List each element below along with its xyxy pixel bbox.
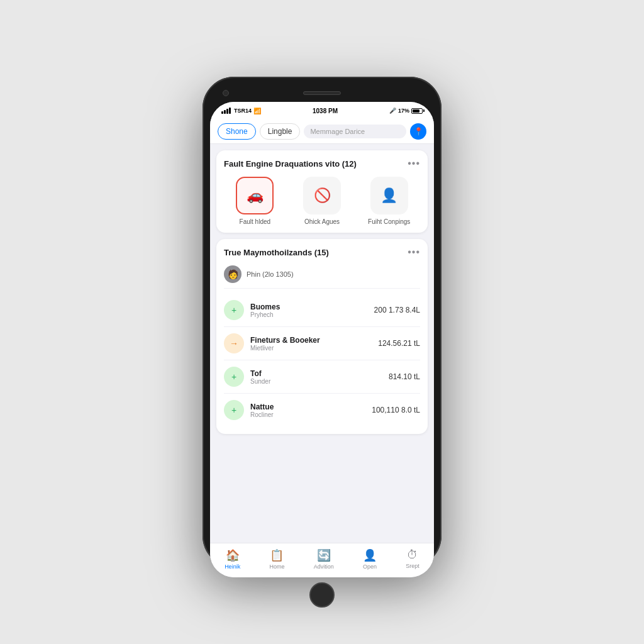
signal-bar-4: [229, 108, 231, 114]
phone-bottom: [210, 577, 434, 613]
tx-amount-fineturs: 124.56.21 tL: [378, 339, 420, 348]
phone-top-decoration: [210, 84, 434, 102]
tx-icon-fineturs: →: [224, 333, 244, 353]
bottom-nav: 🏠 Heinik 📋 Home 🔄 Advition 👤 Open ⏱ Srep…: [210, 543, 434, 577]
tx-details-nattue: Nattue Rocliner: [250, 402, 365, 418]
maymothoilzands-card: True Maymothoilzands (15) ••• 🧑 Phin (2l…: [216, 239, 428, 434]
advition-label: Advition: [314, 564, 334, 570]
tab-shone[interactable]: Shone: [218, 123, 256, 140]
fault-hlded-icon: 🚗: [236, 177, 274, 214]
battery-tip: [423, 109, 425, 112]
tx-sub-fineturs: Mietliver: [250, 345, 372, 352]
location-icon[interactable]: 📍: [410, 123, 426, 140]
tx-details-tof: Tof Sunder: [250, 369, 382, 385]
fault-card-header: Fault Engine Draquations vito (12) •••: [224, 158, 420, 169]
signal-bar-1: [221, 111, 223, 114]
tx-details-buomes: Buomes Pryhech: [250, 303, 368, 318]
battery-icon: [411, 108, 423, 114]
tx-amount-tof: 814.10 tL: [389, 372, 420, 381]
tx-name-fineturs: Fineturs & Booeker: [250, 336, 372, 345]
nav-heinik[interactable]: 🏠 Heinik: [225, 548, 240, 570]
phone-home-button[interactable]: [309, 582, 335, 608]
nav-home[interactable]: 📋 Home: [269, 548, 284, 570]
nav-srept[interactable]: ⏱ Srept: [406, 548, 419, 570]
tx-sub-buomes: Pryhech: [250, 311, 368, 318]
list-header-avatar: 🧑: [224, 265, 242, 283]
transaction-nattue[interactable]: + Nattue Rocliner 100,110 8.0 tL: [224, 394, 420, 426]
tab-bar: Shone Lingble Memmage Darice 📍: [210, 119, 434, 144]
wifi-icon: 📶: [253, 108, 261, 114]
battery-fill: [413, 109, 419, 113]
signal-bar-3: [226, 109, 228, 114]
transaction-list: + Buomes Pryhech 200 1.73 8.4L → Finetur…: [224, 294, 420, 426]
fault-card-more[interactable]: •••: [408, 158, 420, 169]
tx-details-fineturs: Fineturs & Booeker Mietliver: [250, 336, 372, 352]
card2-more[interactable]: •••: [408, 247, 420, 258]
status-time: 1038 PM: [313, 108, 338, 114]
status-bar: TSR14 📶 1038 PM 🎤 17%: [210, 102, 434, 119]
tx-name-buomes: Buomes: [250, 303, 368, 311]
fault-engine-card: Fault Engine Draquations vito (12) ••• 🚗…: [216, 150, 428, 233]
tx-icon-buomes: +: [224, 300, 244, 320]
tx-icon-nattue: +: [224, 400, 244, 420]
open-icon: 👤: [363, 548, 377, 562]
transaction-fineturs[interactable]: → Fineturs & Booeker Mietliver 124.56.21…: [224, 327, 420, 360]
phone-device: TSR14 📶 1038 PM 🎤 17% Shone Lingble Memm…: [203, 77, 441, 567]
quick-actions: 🚗 Fault hlded 🚫 Ohick Agues 👤 Fuiht Conp…: [224, 177, 420, 225]
tab-lingble[interactable]: Lingble: [260, 123, 301, 140]
action-fault-hlded[interactable]: 🚗 Fault hlded: [224, 177, 286, 225]
fault-hlded-label: Fault hlded: [240, 218, 270, 225]
tx-amount-buomes: 200 1.73 8.4L: [374, 306, 420, 314]
srept-label: Srept: [406, 563, 419, 569]
home-icon: 📋: [270, 548, 284, 562]
status-right: 🎤 17%: [389, 108, 423, 114]
action-ohick-agues[interactable]: 🚫 Ohick Agues: [291, 177, 353, 225]
mic-icon: 🎤: [389, 108, 396, 114]
advition-icon: 🔄: [317, 548, 331, 562]
heinik-label: Heinik: [225, 564, 240, 570]
ohick-agues-label: Ohick Agues: [304, 218, 340, 225]
list-header-text: Phin (2lo 1305): [247, 270, 294, 278]
nav-open[interactable]: 👤 Open: [363, 548, 377, 570]
phone-speaker: [303, 91, 341, 95]
tx-icon-tof: +: [224, 367, 244, 387]
tx-sub-tof: Sunder: [250, 378, 382, 385]
home-label: Home: [269, 564, 284, 570]
tx-name-tof: Tof: [250, 369, 382, 378]
heinik-icon: 🏠: [226, 548, 240, 562]
phone-camera: [223, 90, 229, 96]
battery-label: 17%: [398, 108, 409, 114]
tx-name-nattue: Nattue: [250, 402, 365, 411]
signal-label: TSR14: [234, 108, 252, 114]
transaction-tof[interactable]: + Tof Sunder 814.10 tL: [224, 360, 420, 394]
fuiht-conpings-label: Fuiht Conpings: [368, 218, 410, 225]
main-content: Fault Engine Draquations vito (12) ••• 🚗…: [210, 144, 434, 543]
signal-bars: [221, 108, 231, 114]
tx-amount-nattue: 100,110 8.0 tL: [372, 406, 420, 414]
open-label: Open: [363, 564, 377, 570]
search-field[interactable]: Memmage Darice: [304, 125, 406, 138]
card2-header: True Maymothoilzands (15) •••: [224, 247, 420, 258]
srept-icon: ⏱: [407, 548, 418, 562]
phone-screen: TSR14 📶 1038 PM 🎤 17% Shone Lingble Memm…: [210, 102, 434, 577]
action-fuiht-conpings[interactable]: 👤 Fuiht Conpings: [358, 177, 420, 225]
ohick-agues-icon: 🚫: [303, 177, 341, 214]
fuiht-conpings-icon: 👤: [370, 177, 408, 214]
signal-bar-2: [224, 110, 226, 114]
status-left: TSR14 📶: [221, 108, 261, 114]
list-header: 🧑 Phin (2lo 1305): [224, 265, 420, 283]
card2-title: True Maymothoilzands (15): [224, 248, 329, 257]
nav-advition[interactable]: 🔄 Advition: [314, 548, 334, 570]
transaction-buomes[interactable]: + Buomes Pryhech 200 1.73 8.4L: [224, 294, 420, 327]
tx-sub-nattue: Rocliner: [250, 411, 365, 418]
fault-card-title: Fault Engine Draquations vito (12): [224, 159, 357, 169]
